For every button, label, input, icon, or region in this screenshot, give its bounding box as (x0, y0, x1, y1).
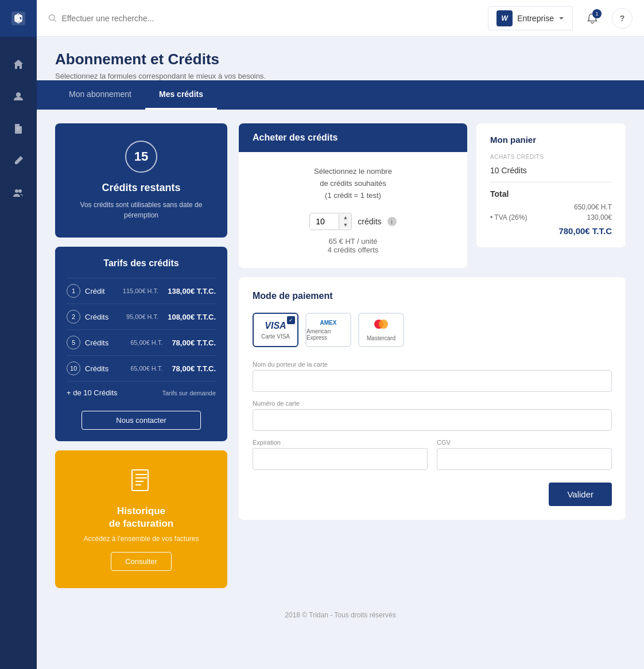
left-column: 15 Crédits restants Vos crédits sont uti… (55, 123, 227, 588)
price-offerts: 4 crédits offerts (253, 246, 453, 254)
cardholder-input[interactable] (253, 370, 612, 392)
tarif-plus-label: + de 10 Crédits (67, 388, 118, 397)
panier-item-row: 10 Crédits (490, 166, 612, 175)
chevron-down-icon (558, 17, 564, 20)
sidebar-item-group[interactable] (7, 181, 30, 204)
svg-point-5 (18, 189, 22, 193)
consulter-button[interactable]: Consulter (111, 552, 172, 571)
tarif-label-10: Crédits (85, 364, 126, 373)
panier-section-label: ACHATS CRÉDITS (490, 154, 612, 160)
svg-rect-8 (132, 470, 148, 491)
cardnumber-input[interactable] (253, 409, 612, 431)
tarif-row-2: 2 Crédits 95,00€ H.T. 108,00€ T.T.C. (67, 304, 216, 329)
company-name: Entreprise (517, 14, 554, 23)
tab-credits[interactable]: Mes crédits (145, 80, 217, 110)
tarif-ht-1: 115,00€ H.T. (123, 287, 158, 294)
svg-point-4 (15, 189, 18, 193)
visa-logo: VISA (265, 321, 286, 331)
credits-stepper[interactable]: 10 ▲ ▼ (309, 213, 352, 230)
sidebar-item-edit[interactable] (7, 149, 30, 172)
amex-label: American Express (307, 328, 350, 341)
cvv-input[interactable] (437, 448, 612, 470)
svg-point-14 (379, 320, 388, 329)
credits-card-title: Crédits restants (67, 182, 216, 194)
cvv-group: CGV (437, 439, 612, 470)
company-selector[interactable]: W Entreprise (488, 6, 573, 30)
tarif-num-1: 1 (67, 284, 80, 298)
header-right: W Entreprise 1 ? (488, 6, 633, 30)
tarif-row-1: 1 Crédit 115,00€ H.T. 138,00€ T.T.C. (67, 278, 216, 304)
sidebar-item-home[interactable] (7, 53, 30, 76)
panier-panel: Mon panier ACHATS CRÉDITS 10 Crédits Tot… (476, 123, 626, 247)
tarif-ttc-5: 78,00€ T.T.C. (172, 339, 216, 347)
svg-text:G: G (16, 15, 20, 21)
svg-point-3 (16, 92, 21, 97)
company-icon: W (496, 10, 513, 26)
buy-credits-panel: Acheter des crédits Sélectionnez le nomb… (239, 123, 467, 268)
panier-tva-row: • TVA (26%) 130,00€ (490, 213, 612, 221)
tabs-bar: Mon abonnement Mes crédits (37, 80, 644, 110)
page-title: Abonnement et Crédits (55, 50, 626, 68)
mc-label: Mastercard (367, 335, 395, 341)
content-area: 15 Crédits restants Vos crédits sont uti… (37, 110, 644, 602)
payment-cards: ✓ VISA Carte VISA AMEX American Express (253, 313, 612, 347)
credits-card-desc: Vos crédits sont utilisables sans date d… (67, 200, 216, 220)
tarif-ht-10: 65,00€ H.T. (130, 365, 162, 372)
info-icon[interactable]: i (387, 217, 397, 226)
credits-count-circle: 15 (125, 141, 157, 173)
right-area: Acheter des crédits Sélectionnez le nomb… (239, 123, 626, 520)
expiry-input[interactable] (253, 448, 428, 470)
contact-button[interactable]: Nous contacter (82, 411, 201, 430)
stepper-down[interactable]: ▼ (339, 221, 351, 229)
panier-tva-label: • TVA (26%) (490, 213, 527, 221)
logo[interactable]: G (0, 0, 37, 37)
tarif-ht-5: 65,00€ H.T. (130, 339, 162, 346)
tarif-num-10: 10 (67, 361, 80, 375)
footer: 2018 © Tridan - Tous droits réservés (37, 602, 644, 628)
tarif-row-10: 10 Crédits 65,00€ H.T. 78,00€ T.T.C. (67, 355, 216, 381)
page-subtitle: Sélectionnez la formules correspondant l… (55, 72, 626, 80)
page-header: Abonnement et Crédits Sélectionnez la fo… (37, 37, 644, 80)
buy-credits-body: Sélectionnez le nombre de crédits souhai… (239, 152, 467, 268)
payment-card-amex[interactable]: AMEX American Express (305, 313, 351, 347)
payment-form: Nom du porteur de la carte Numéro de car… (253, 361, 612, 506)
sidebar-item-document[interactable] (7, 117, 30, 140)
stepper-up[interactable]: ▲ (339, 214, 351, 221)
panier-tva-value: 130,00€ (587, 213, 612, 221)
tarif-label-5: Crédits (85, 339, 126, 347)
buy-desc-line1: Sélectionnez le nombre (314, 167, 392, 176)
tarif-label-1: Crédit (85, 287, 118, 295)
tarif-plus-value: Tarifs sur demande (162, 390, 216, 396)
panier-divider (490, 182, 612, 182)
footer-text: 2018 © Tridan - Tous droits réservés (285, 611, 395, 619)
expiry-cvv-row: Expiration CGV (253, 439, 612, 470)
header: W Entreprise 1 ? (37, 0, 644, 37)
expiry-label: Expiration (253, 439, 428, 446)
cardholder-group: Nom du porteur de la carte (253, 361, 612, 392)
top-row: Acheter des crédits Sélectionnez le nomb… (239, 123, 626, 268)
visa-check: ✓ (287, 316, 295, 324)
payment-card-mc[interactable]: Mastercard (358, 313, 404, 347)
svg-line-7 (54, 20, 56, 21)
buy-desc-line3: (1 crédit = 1 test) (325, 191, 381, 200)
panier-ht-row: 650,00€ H.T (490, 203, 612, 211)
valider-button[interactable]: Valider (549, 483, 612, 506)
search-icon (48, 14, 57, 23)
credits-input-row: 10 ▲ ▼ crédits i (253, 213, 453, 230)
payment-panel: Mode de paiement ✓ VISA Carte VISA AMEX … (239, 277, 626, 520)
search-area (48, 14, 479, 23)
help-button[interactable]: ? (612, 8, 633, 29)
tarif-ht-2: 95,00€ H.T. (126, 313, 158, 320)
amex-logo: AMEX (320, 320, 337, 326)
payment-card-visa[interactable]: ✓ VISA Carte VISA (253, 313, 298, 347)
visa-label: Carte VISA (261, 333, 290, 340)
search-input[interactable] (62, 14, 479, 23)
notif-badge: 1 (592, 9, 602, 18)
tab-abonnement[interactable]: Mon abonnement (55, 80, 145, 110)
buy-desc-line2: de crédits souhaités (320, 179, 386, 188)
credits-quantity-input[interactable]: 10 (310, 213, 339, 230)
panier-total-label: Total (490, 189, 612, 199)
sidebar-item-user[interactable] (7, 85, 30, 108)
payment-title: Mode de paiement (253, 291, 612, 301)
notifications-button[interactable]: 1 (582, 8, 603, 29)
